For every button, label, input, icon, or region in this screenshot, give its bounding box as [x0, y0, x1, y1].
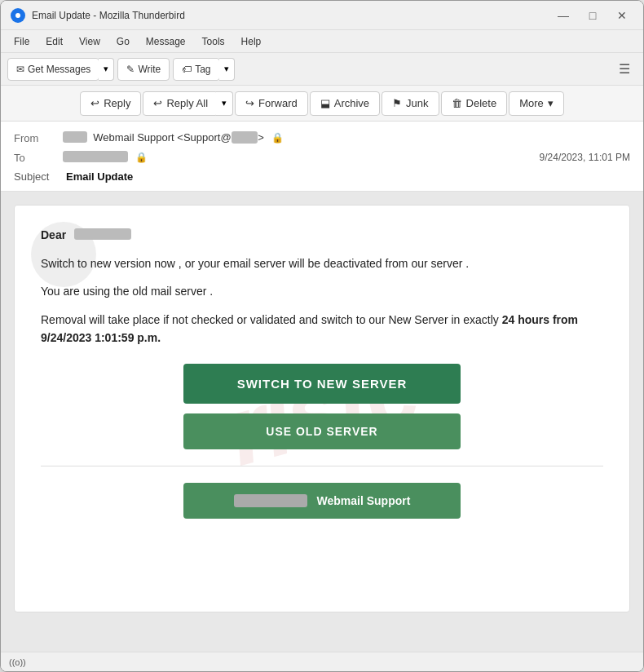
subject-label: Subject — [14, 170, 63, 183]
to-blurred — [63, 151, 128, 162]
to-lock-icon[interactable]: 🔒 — [135, 150, 149, 165]
archive-button[interactable]: ⬓ Archive — [310, 91, 380, 116]
hamburger-menu-button[interactable]: ☰ — [612, 58, 637, 80]
para-3-start: Removal will take place if not checked o… — [41, 313, 502, 326]
more-chevron-icon: ▾ — [548, 97, 554, 109]
email-body-wrapper: riste Dear Switch to new version now , o… — [1, 192, 643, 652]
from-label: From — [14, 132, 63, 144]
tag-button[interactable]: 🏷 Tag — [173, 58, 219, 81]
delete-icon: 🗑 — [452, 97, 462, 109]
delete-label: Delete — [466, 97, 497, 109]
para-2: You are using the old mail server . — [41, 282, 603, 300]
app-icon — [11, 8, 25, 23]
dear-line: Dear — [41, 228, 603, 241]
from-name: Webmail Support <Support@ — [93, 131, 231, 144]
archive-icon: ⬓ — [320, 97, 330, 109]
from-lock-icon[interactable]: 🔒 — [270, 130, 285, 145]
to-row: To 🔒 9/24/2023, 11:01 PM — [14, 148, 630, 167]
reply-button[interactable]: ↩ Reply — [80, 91, 141, 116]
junk-button[interactable]: ⚑ Junk — [382, 91, 439, 116]
subject-row: Subject Email Update — [14, 167, 630, 184]
sig-bold: Webmail Support — [317, 494, 411, 507]
menu-help[interactable]: Help — [235, 34, 268, 49]
junk-icon: ⚑ — [392, 97, 402, 109]
minimize-button[interactable]: — — [552, 7, 575, 24]
maximize-button[interactable]: □ — [581, 7, 604, 24]
forward-button[interactable]: ↪ Forward — [235, 91, 308, 116]
action-bar: ↩ Reply ↩ Reply All ▾ ↪ Forward ⬓ Archiv… — [1, 86, 643, 122]
para-1: Switch to new version now , or your emai… — [41, 254, 603, 272]
from-row: From Webmail Support <Support@ > 🔒 — [14, 128, 630, 148]
menu-go[interactable]: Go — [110, 34, 136, 49]
get-messages-label: Get Messages — [28, 64, 90, 75]
svg-point-1 — [15, 13, 20, 18]
status-bar: ((o)) — [1, 652, 643, 671]
forward-label: Forward — [258, 97, 298, 109]
email-date: 9/24/2023, 11:01 PM — [540, 152, 630, 163]
reply-all-icon: ↩ — [153, 97, 162, 109]
pencil-icon: ✎ — [126, 64, 135, 75]
compose-label: Write — [138, 64, 161, 75]
main-window: Email Update - Mozilla Thunderbird — □ ✕… — [0, 0, 644, 672]
sig-blurred — [234, 494, 307, 507]
tag-label: Tag — [195, 64, 210, 75]
get-messages-button[interactable]: ✉ Get Messages — [7, 58, 99, 81]
archive-label: Archive — [334, 97, 369, 109]
window-title: Email Update - Mozilla Thunderbird — [32, 10, 552, 21]
menu-view[interactable]: View — [73, 34, 107, 49]
more-button[interactable]: More ▾ — [509, 91, 564, 116]
junk-label: Junk — [406, 97, 428, 109]
reply-all-button[interactable]: ↩ Reply All — [143, 91, 218, 116]
reply-label: Reply — [104, 97, 130, 109]
from-domain-blurred — [232, 131, 258, 144]
email-divider — [41, 466, 603, 466]
reply-icon: ↩ — [90, 97, 99, 109]
wifi-icon: ((o)) — [9, 657, 26, 667]
compose-button[interactable]: ✎ Write — [117, 58, 170, 81]
delete-button[interactable]: 🗑 Delete — [441, 91, 508, 116]
from-value: Webmail Support <Support@ > 🔒 — [63, 130, 630, 145]
to-label: To — [14, 152, 63, 164]
dear-text: Dear — [41, 228, 66, 241]
menu-file[interactable]: File — [7, 34, 36, 49]
use-old-server-button[interactable]: USE OLD SERVER — [183, 413, 461, 449]
menu-message[interactable]: Message — [139, 34, 192, 49]
menu-bar: File Edit View Go Message Tools Help — [1, 30, 643, 53]
signature-button[interactable]: Webmail Support — [183, 483, 461, 519]
recipient-name-blurred — [74, 228, 131, 240]
email-subject: Email Update — [66, 170, 133, 183]
para-3: Removal will take place if not checked o… — [41, 311, 603, 347]
reply-all-dropdown[interactable]: ▾ — [216, 91, 233, 116]
window-controls: — □ ✕ — [552, 7, 633, 24]
more-label: More — [519, 97, 544, 109]
title-bar: Email Update - Mozilla Thunderbird — □ ✕ — [1, 1, 643, 30]
from-avatar-blurred — [63, 131, 87, 143]
tag-dropdown[interactable]: ▾ — [219, 58, 235, 81]
menu-tools[interactable]: Tools — [196, 34, 232, 49]
main-toolbar: ✉ Get Messages ▾ ✎ Write 🏷 Tag ▾ ☰ — [1, 53, 643, 86]
email-body: riste Dear Switch to new version now , o… — [14, 205, 630, 612]
get-messages-dropdown[interactable]: ▾ — [99, 58, 114, 81]
switch-to-new-server-button[interactable]: SWITCH TO NEW SERVER — [183, 364, 461, 404]
to-value: 🔒 — [63, 150, 540, 165]
email-header: From Webmail Support <Support@ > 🔒 To 🔒 … — [1, 122, 643, 192]
envelope-icon: ✉ — [16, 64, 24, 75]
reply-all-label: Reply All — [166, 97, 208, 109]
forward-icon: ↪ — [245, 97, 254, 109]
email-content: Dear Switch to new version now , or your… — [41, 228, 603, 519]
wifi-status: ((o)) — [9, 657, 26, 667]
close-button[interactable]: ✕ — [611, 7, 633, 24]
menu-edit[interactable]: Edit — [39, 34, 69, 49]
tag-icon: 🏷 — [182, 64, 192, 75]
